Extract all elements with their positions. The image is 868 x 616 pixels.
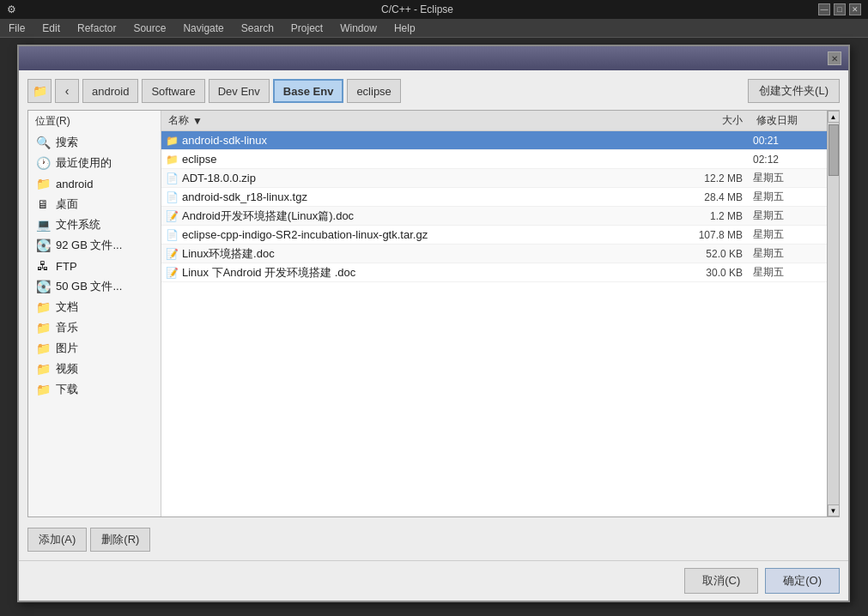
file-chooser-dialog: ✕ 📁 ‹ android Software Dev Env Base Env … [17, 45, 850, 602]
file-date: 星期五 [750, 227, 827, 242]
menu-source[interactable]: Source [128, 21, 171, 36]
table-row[interactable]: 📄 eclipse-cpp-indigo-SR2-incubation-linu… [161, 226, 827, 245]
sidebar-label-filesystem: 文件系统 [56, 217, 100, 233]
sidebar-item-recent[interactable]: 🕐 最近使用的 [28, 153, 161, 173]
dialog-footer: 取消(C) 确定(O) [19, 560, 848, 601]
right-scrollbar[interactable]: ▲ ▼ [827, 111, 839, 516]
table-row[interactable]: 📝 Android开发环境搭建(Linux篇).doc 1.2 MB 星期五 [161, 207, 827, 226]
minimize-button[interactable]: — [818, 3, 830, 15]
header-date: 修改日期 [750, 113, 827, 128]
table-row[interactable]: 📝 Linux 下Android 开发环境搭建 .doc 30.0 KB 星期五 [161, 263, 827, 282]
menu-window[interactable]: Window [335, 21, 382, 36]
table-row[interactable]: 📄 android-sdk_r18-linux.tgz 28.4 MB 星期五 [161, 188, 827, 207]
scroll-up-button[interactable]: ▲ [828, 111, 840, 123]
close-button[interactable]: ✕ [849, 3, 861, 15]
breadcrumb-eclipse[interactable]: eclipse [347, 79, 400, 103]
create-folder-button[interactable]: 创建文件夹(L) [748, 79, 840, 103]
table-row[interactable]: 📄 ADT-18.0.0.zip 12.2 MB 星期五 [161, 169, 827, 188]
file-date: 星期五 [750, 246, 827, 261]
file-size: 52.0 KB [672, 248, 750, 260]
sidebar-label-downloads: 下载 [56, 382, 78, 397]
file-size: 30.0 KB [672, 267, 750, 279]
file-date: 星期五 [750, 171, 827, 185]
menubar: File Edit Refactor Source Navigate Searc… [0, 19, 868, 38]
bottom-row: 添加(A) 删除(R) [27, 528, 840, 552]
sidebar-item-android[interactable]: 📁 android [28, 173, 161, 194]
menu-file[interactable]: File [3, 21, 30, 36]
table-row[interactable]: 📝 Linux环境搭建.doc 52.0 KB 星期五 [161, 245, 827, 263]
menu-project[interactable]: Project [286, 21, 328, 36]
folder-icon-button[interactable]: 📁 [27, 79, 52, 103]
menu-help[interactable]: Help [389, 21, 421, 36]
breadcrumb-android[interactable]: android [82, 79, 138, 103]
file-name: android-sdk-linux [182, 134, 672, 147]
sidebar-item-disk92[interactable]: 💽 92 GB 文件... [28, 235, 161, 256]
sidebar-item-pictures[interactable]: 📁 图片 [28, 338, 161, 359]
breadcrumb-baseenv[interactable]: Base Env [273, 79, 344, 103]
scroll-thumb[interactable] [829, 124, 839, 176]
maximize-button[interactable]: □ [834, 3, 846, 15]
documents-icon: 📁 [35, 299, 51, 315]
app-icon: ⚙ [7, 3, 16, 15]
file-name: Linux环境搭建.doc [182, 246, 672, 262]
sidebar-item-filesystem[interactable]: 💻 文件系统 [28, 214, 161, 235]
folder-icon: 📁 [35, 176, 51, 191]
file-name: eclipse [182, 153, 672, 166]
titlebar: ⚙ C/C++ - Eclipse — □ ✕ [0, 0, 868, 19]
breadcrumb-devenv[interactable]: Dev Env [209, 79, 270, 103]
back-button[interactable]: ‹ [55, 79, 79, 103]
file-size: 12.2 MB [672, 172, 750, 184]
sidebar-item-videos[interactable]: 📁 视频 [28, 359, 161, 379]
sidebar-label-music: 音乐 [56, 320, 78, 335]
table-row[interactable]: 📁 eclipse 02:12 [161, 150, 827, 169]
folder-icon: 📁 [161, 131, 182, 150]
pictures-icon: 📁 [35, 341, 51, 356]
menu-navigate[interactable]: Navigate [178, 21, 228, 36]
file-date: 星期五 [750, 208, 827, 223]
sidebar-label-pictures: 图片 [56, 341, 78, 356]
header-size: 大小 [672, 113, 750, 128]
sidebar-label-ftp: FTP [56, 260, 77, 273]
file-date: 星期五 [750, 265, 827, 280]
downloads-icon: 📁 [35, 382, 51, 397]
sidebar-label-search: 搜索 [56, 135, 78, 150]
back-icon: ‹ [65, 84, 70, 98]
file-date: 00:21 [750, 135, 827, 147]
toolbar-row: 📁 ‹ android Software Dev Env Base Env ec… [27, 79, 840, 103]
titlebar-title: C/C++ - Eclipse [16, 3, 818, 15]
sidebar-item-ftp[interactable]: 🖧 FTP [28, 256, 161, 276]
sidebar: 位置(R) 🔍 搜索 🕐 最近使用的 📁 android 🖥 [28, 111, 161, 516]
sidebar-item-disk50[interactable]: 💽 50 GB 文件... [28, 276, 161, 297]
dialog-titlebar: ✕ [19, 46, 848, 70]
breadcrumb-software[interactable]: Software [142, 79, 204, 103]
add-remove-area: 添加(A) 删除(R) [27, 528, 161, 552]
sidebar-label-disk50: 50 GB 文件... [56, 279, 122, 294]
filesystem-icon: 💻 [35, 217, 51, 233]
sidebar-label-recent: 最近使用的 [56, 155, 112, 171]
menu-edit[interactable]: Edit [37, 21, 65, 36]
menu-search[interactable]: Search [236, 21, 279, 36]
scroll-down-button[interactable]: ▼ [828, 504, 840, 516]
table-row[interactable]: 📁 android-sdk-linux 00:21 [161, 131, 827, 150]
file-list-header: 名称 ▼ 大小 修改日期 [161, 111, 827, 131]
sidebar-label-desktop: 桌面 [56, 196, 78, 212]
main-area: 位置(R) 🔍 搜索 🕐 最近使用的 📁 android 🖥 [27, 110, 840, 517]
sidebar-item-downloads[interactable]: 📁 下载 [28, 379, 161, 400]
menu-refactor[interactable]: Refactor [72, 21, 121, 36]
search-icon: 🔍 [35, 135, 51, 150]
sidebar-item-documents[interactable]: 📁 文档 [28, 297, 161, 317]
window-controls: — □ ✕ [818, 3, 861, 15]
file-name: Linux 下Android 开发环境搭建 .doc [182, 265, 672, 281]
sidebar-item-search[interactable]: 🔍 搜索 [28, 132, 161, 153]
file-icon: 📝 [161, 263, 182, 282]
add-button[interactable]: 添加(A) [27, 528, 87, 552]
sidebar-item-desktop[interactable]: 🖥 桌面 [28, 194, 161, 214]
header-name: 名称 ▼ [161, 113, 672, 128]
remove-button[interactable]: 删除(R) [90, 528, 150, 552]
file-date: 02:12 [750, 154, 827, 166]
ok-button[interactable]: 确定(O) [765, 568, 840, 594]
sidebar-label-disk92: 92 GB 文件... [56, 238, 122, 253]
cancel-button[interactable]: 取消(C) [684, 568, 758, 594]
dialog-close-button[interactable]: ✕ [828, 51, 841, 65]
sidebar-item-music[interactable]: 📁 音乐 [28, 317, 161, 338]
